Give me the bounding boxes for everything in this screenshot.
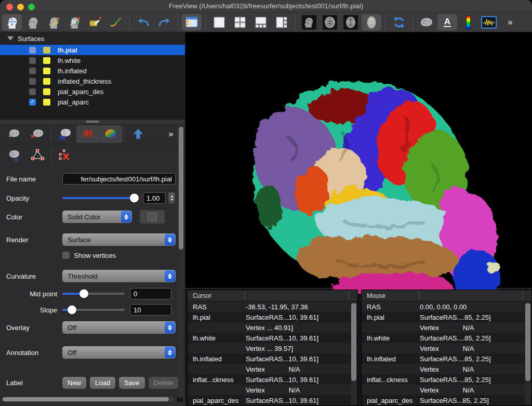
layout-2x2-button[interactable] [230, 14, 250, 31]
load-main-surface-button[interactable]: M [54, 125, 76, 143]
opacity-slider[interactable] [62, 197, 138, 199]
load-surface-icon [6, 127, 23, 141]
surface-up-button[interactable] [127, 125, 150, 143]
opacity-value-field[interactable]: 1.00 [143, 192, 166, 204]
redo-button[interactable] [154, 14, 174, 31]
path-triangle-icon [30, 149, 45, 162]
svg-text:M: M [59, 134, 65, 141]
surface-list-item[interactable]: inflated_thickness [0, 76, 185, 86]
surface-list-item[interactable]: pial_aparc [0, 97, 185, 107]
sagittal-view-button[interactable] [299, 14, 319, 31]
titlebar[interactable]: FreeView (/Users/hal0328/freesurfer/subj… [0, 0, 532, 12]
surface-color-swatch[interactable] [43, 88, 50, 95]
label-action-button[interactable]: Load [90, 377, 115, 389]
overflow-chevron-icon: » [508, 17, 511, 28]
row-name: inflat...ckness [188, 376, 246, 384]
toolbar-overflow-button[interactable]: » [500, 14, 520, 31]
layout-1and3-horizontal-button[interactable] [251, 14, 271, 31]
path-edit-button[interactable] [106, 14, 126, 31]
mid-point-slider[interactable] [62, 293, 125, 295]
show-vertices-checkbox[interactable] [62, 252, 70, 259]
coronal-view-button[interactable] [320, 14, 340, 31]
load-annotation-button[interactable] [99, 125, 122, 143]
label-action-button[interactable]: New [62, 377, 86, 389]
axial-view-button[interactable] [341, 14, 361, 31]
toggle-control-panel-button[interactable] [182, 14, 202, 31]
color-select[interactable]: Solid Color [62, 211, 132, 223]
layout-1and3-vertical-button[interactable] [272, 14, 291, 31]
surface-list-item[interactable]: lh.white [0, 55, 185, 66]
load-curvature-button[interactable] [76, 125, 99, 143]
show-colorbar-button[interactable] [458, 14, 478, 31]
render-select[interactable]: Surface [62, 233, 176, 246]
3d-view-button[interactable] [362, 14, 381, 31]
visibility-checkbox[interactable] [29, 88, 36, 95]
collapse-triangle-icon[interactable] [7, 36, 14, 41]
label-label: Label [6, 379, 62, 387]
surface-list-item[interactable]: pial_aparc_des [0, 86, 185, 97]
solid-color-swatch-button[interactable] [139, 209, 165, 224]
table-row: pial_aparc_des SurfaceRAS...10, 39.61] [188, 395, 357, 405]
navigate-button[interactable] [2, 14, 22, 31]
cursor-table-scrollbar[interactable] [351, 302, 357, 405]
smooth-surface-button[interactable]: ∞ [3, 147, 26, 164]
toolbar-separator [205, 15, 206, 30]
layout-1x1-button[interactable] [209, 14, 229, 31]
file-name-label: File name [6, 175, 62, 183]
surface-color-swatch[interactable] [43, 68, 50, 74]
show-path-button[interactable] [26, 147, 49, 164]
mid-point-value-field[interactable]: 0 [130, 288, 171, 299]
surface-color-swatch[interactable] [43, 99, 50, 106]
surface-color-swatch[interactable] [43, 47, 50, 54]
text-annotation-icon: A [444, 17, 451, 27]
delete-path-button[interactable] [54, 147, 76, 164]
table-row: inflat...ckness SurfaceRAS....85, 2.25] [362, 374, 531, 385]
unload-surface-button[interactable] [26, 125, 49, 143]
surfaces-tree-header[interactable]: Surfaces [0, 32, 185, 45]
visibility-checkbox[interactable] [29, 99, 36, 106]
show-vertices-label: Show vertices [74, 252, 116, 259]
show-brain-button[interactable] [417, 14, 436, 31]
measure-button[interactable] [23, 14, 43, 31]
visibility-checkbox[interactable] [29, 78, 36, 85]
slope-slider[interactable] [62, 309, 125, 311]
mouse-table-scrollbar[interactable] [525, 302, 531, 405]
table-row: Vertex ... 39.57] [188, 343, 357, 353]
curvature-select[interactable]: Threshold [62, 270, 176, 282]
voxel-edit-button[interactable] [44, 14, 63, 31]
row-value-2: N/A [463, 365, 474, 373]
visibility-checkbox[interactable] [29, 47, 36, 54]
pointset-edit-button[interactable] [85, 14, 105, 31]
surface-label: pial_aparc [58, 98, 89, 106]
panel-horizontal-scrollbar[interactable] [2, 397, 175, 402]
3d-viewport[interactable] [185, 32, 532, 289]
visibility-checkbox[interactable] [29, 68, 36, 74]
overlay-select[interactable]: Off [62, 321, 176, 334]
panel-splitter[interactable] [0, 120, 185, 124]
cycle-layer-button[interactable] [389, 14, 409, 31]
show-text-annotation-button[interactable]: A [437, 14, 457, 31]
slope-value-field[interactable]: 10 [130, 304, 171, 316]
row-value: SurfaceRAS...10, 39.61] [246, 313, 318, 321]
label-action-button[interactable]: Save [119, 377, 145, 389]
label-action-button[interactable]: Delete [149, 377, 179, 389]
surface-color-swatch[interactable] [43, 78, 50, 85]
surface-list-item[interactable]: lh.pial [0, 45, 185, 55]
panel-vertical-scrollbar[interactable] [178, 125, 184, 398]
load-surface-button[interactable] [3, 125, 26, 143]
show-time-course-button[interactable] [479, 14, 499, 31]
surface-color-swatch[interactable] [43, 57, 50, 64]
visibility-checkbox[interactable] [29, 57, 36, 64]
surface-list-item[interactable]: lh.inflated [0, 66, 185, 76]
file-name-input[interactable]: fer/subjects/test001/surf/lh.pial [62, 173, 176, 185]
brain-surface-render [185, 32, 532, 294]
undo-button[interactable] [134, 14, 153, 31]
label-buttons: New Load Save Delete [62, 377, 182, 389]
overlay-label: Overlay [6, 324, 62, 332]
time-course-icon [481, 15, 497, 30]
curvature-brain-icon [79, 127, 97, 141]
roi-edit-button[interactable]: R [64, 14, 84, 31]
row-name: inflat...ckness [362, 376, 420, 384]
annotation-select[interactable]: Off [62, 346, 176, 359]
opacity-stepper[interactable] [168, 192, 176, 204]
